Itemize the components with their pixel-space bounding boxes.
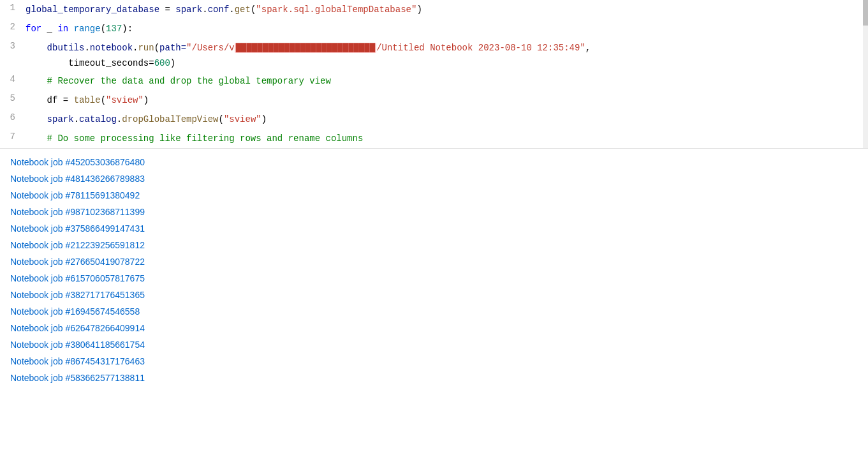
notebook-job-link-14[interactable]: Notebook job #583662577138811 <box>10 370 858 386</box>
scrollbar-thumb[interactable] <box>863 0 868 26</box>
line-content-6: spark.catalog.dropGlobalTempView("sview"… <box>26 111 868 126</box>
line-content-3: dbutils.notebook.run(path="/Users/v█████… <box>26 40 868 55</box>
notebook-job-link-6[interactable]: Notebook job #212239256591812 <box>10 237 858 253</box>
line-number-1: 1 <box>0 1 26 13</box>
line-number-2: 2 <box>0 20 26 32</box>
notebook-job-link-7[interactable]: Notebook job #276650419078722 <box>10 253 858 270</box>
notebook-job-link-10[interactable]: Notebook job #16945674546558 <box>10 303 858 320</box>
notebook-job-link-1[interactable]: Notebook job #452053036876480 <box>10 154 858 170</box>
notebook-job-link-2[interactable]: Notebook job #481436266789883 <box>10 170 858 187</box>
code-line-1: 1 global_temporary_database = spark.conf… <box>0 0 868 19</box>
line-content-3-cont: timeout_seconds=600) <box>26 55 868 70</box>
code-block: 1 global_temporary_database = spark.conf… <box>0 0 868 149</box>
notebook-job-link-13[interactable]: Notebook job #867454317176463 <box>10 353 858 370</box>
line-number-7: 7 <box>0 130 26 142</box>
main-container: 1 global_temporary_database = spark.conf… <box>0 0 868 391</box>
notebook-job-link-9[interactable]: Notebook job #382717176451365 <box>10 287 858 303</box>
code-line-7: 7 # Do some processing like filtering ro… <box>0 129 868 148</box>
code-line-2: 2 for _ in range(137): <box>0 19 868 38</box>
line-number-5: 5 <box>0 92 26 103</box>
notebook-job-link-8[interactable]: Notebook job #615706057817675 <box>10 270 858 287</box>
code-line-5: 5 df = table("sview") <box>0 91 868 110</box>
code-line-4: 4 # Recover the data and drop the global… <box>0 71 868 91</box>
line-content-5: df = table("sview") <box>26 92 868 107</box>
line-content-7: # Do some processing like filtering rows… <box>26 130 868 146</box>
line-content-4: # Recover the data and drop the global t… <box>26 73 868 88</box>
notebook-job-link-3[interactable]: Notebook job #78115691380492 <box>10 187 858 204</box>
scrollbar[interactable] <box>863 0 868 148</box>
notebook-job-link-5[interactable]: Notebook job #375866499147431 <box>10 220 858 237</box>
line-number-3: 3 <box>0 40 26 55</box>
notebook-jobs-list: Notebook job #452053036876480 Notebook j… <box>0 149 868 391</box>
code-line-6: 6 spark.catalog.dropGlobalTempView("svie… <box>0 110 868 129</box>
notebook-job-link-12[interactable]: Notebook job #380641185661754 <box>10 336 858 353</box>
notebook-job-link-11[interactable]: Notebook job #626478266409914 <box>10 320 858 336</box>
code-line-3: 3 dbutils.notebook.run(path="/Users/v███… <box>0 38 868 71</box>
line-number-4: 4 <box>0 73 26 84</box>
line-content-2: for _ in range(137): <box>26 20 868 36</box>
notebook-job-link-4[interactable]: Notebook job #987102368711399 <box>10 204 858 220</box>
line-content-1: global_temporary_database = spark.conf.g… <box>26 1 868 17</box>
line-number-6: 6 <box>0 111 26 123</box>
